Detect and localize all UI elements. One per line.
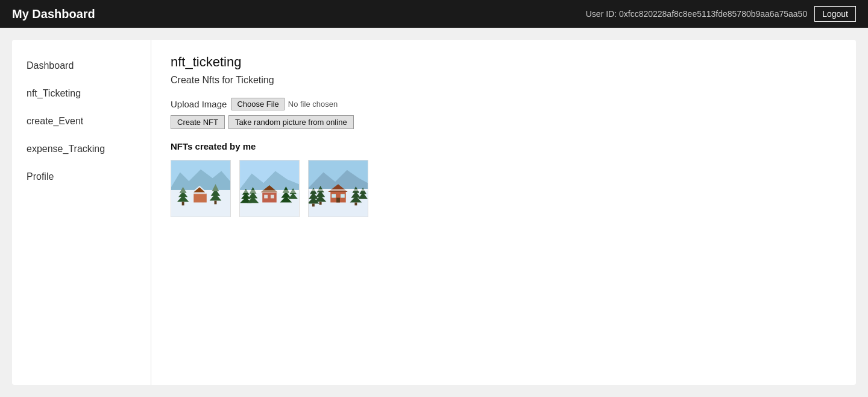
sidebar-item-create-event[interactable]: create_Event: [12, 107, 151, 135]
random-picture-button[interactable]: Take random picture from online: [228, 115, 354, 129]
svg-rect-51: [341, 194, 345, 198]
header: My Dashboard User ID: 0xfcc820228af8c8ee…: [0, 0, 868, 28]
nfts-section-title: NFTs created by me: [171, 141, 837, 151]
svg-rect-14: [215, 201, 217, 205]
svg-rect-46: [319, 202, 322, 205]
sidebar-item-dashboard[interactable]: Dashboard: [12, 52, 151, 80]
svg-rect-42: [312, 203, 315, 206]
nft-card-1[interactable]: [171, 160, 231, 217]
svg-rect-35: [240, 190, 299, 193]
create-nft-button[interactable]: Create NFT: [171, 115, 225, 129]
nft-image-3: [309, 160, 368, 217]
main-content: nft_ticketing Create Nfts for Ticketing …: [151, 40, 856, 385]
logout-button[interactable]: Logout: [814, 6, 856, 22]
upload-label: Upload Image: [171, 99, 227, 109]
page-title: nft_ticketing: [171, 54, 837, 70]
upload-section: Upload Image Choose File No file chosen: [171, 98, 837, 110]
user-id: User ID: 0xfcc820228af8c8ee5113fde85780b…: [586, 9, 807, 19]
svg-rect-29: [271, 195, 274, 198]
sidebar-item-expense-tracking[interactable]: expense_Tracking: [12, 135, 151, 163]
svg-rect-28: [264, 195, 268, 198]
main-layout: Dashboard nft_Ticketing create_Event exp…: [0, 28, 868, 397]
page-subtitle: Create Nfts for Ticketing: [171, 75, 837, 86]
sidebar-item-nft-ticketing[interactable]: nft_Ticketing: [12, 80, 151, 107]
sidebar-item-profile[interactable]: Profile: [12, 163, 151, 191]
svg-rect-10: [193, 193, 207, 194]
svg-rect-6: [182, 202, 184, 206]
nfts-grid: [171, 160, 837, 217]
action-buttons: Create NFT Take random picture from onli…: [171, 115, 837, 129]
file-input-wrapper: Choose File No file chosen: [231, 98, 338, 110]
no-file-text: No file chosen: [288, 100, 338, 109]
nft-card-2[interactable]: [239, 160, 300, 217]
svg-rect-55: [354, 203, 357, 206]
nft-image-2: [240, 160, 299, 217]
svg-rect-7: [193, 193, 207, 203]
choose-file-button[interactable]: Choose File: [231, 98, 284, 110]
svg-rect-49: [336, 198, 340, 203]
nft-card-3[interactable]: [308, 160, 368, 217]
header-right: User ID: 0xfcc820228af8c8ee5113fde85780b…: [586, 6, 856, 22]
header-title: My Dashboard: [12, 7, 95, 21]
nft-image-1: [171, 160, 230, 217]
sidebar: Dashboard nft_Ticketing create_Event exp…: [12, 40, 151, 385]
svg-rect-58: [309, 189, 368, 191]
svg-rect-50: [332, 194, 336, 198]
